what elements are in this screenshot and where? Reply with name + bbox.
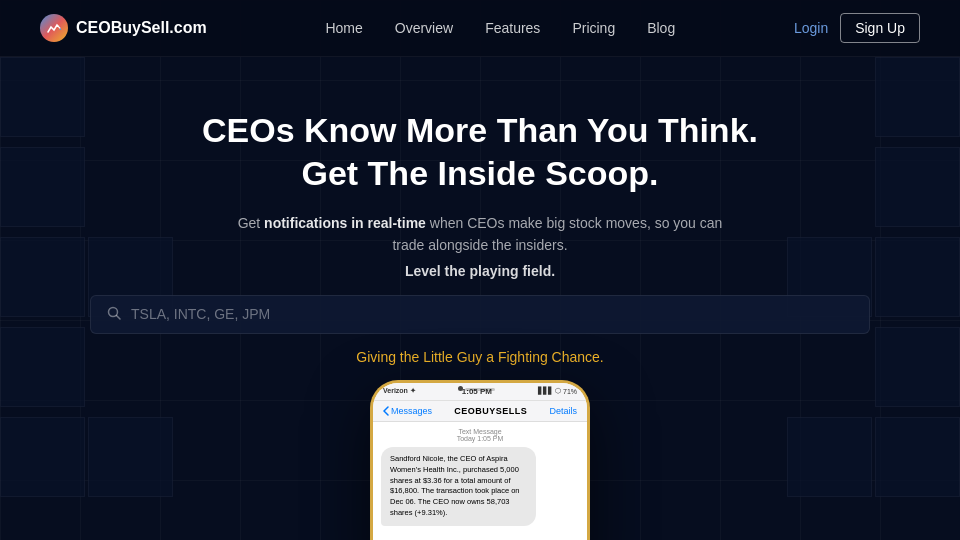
phone-details-button[interactable]: Details xyxy=(549,406,577,416)
signal-icon: ▋▋▋ xyxy=(538,387,553,395)
nav-overview[interactable]: Overview xyxy=(395,20,453,36)
giving-tagline-section: Giving the Little Guy a Fighting Chance. xyxy=(0,348,960,366)
logo-icon xyxy=(40,14,68,42)
phone-carrier: Verizon ✦ xyxy=(383,387,416,395)
phone-status-bar: Verizon ✦ 1:05 PM ▋▋▋ ⬡ 71% xyxy=(373,383,587,401)
search-section xyxy=(90,295,870,334)
wifi-icon: ⬡ xyxy=(555,387,561,395)
phone-outer: Verizon ✦ 1:05 PM ▋▋▋ ⬡ 71% Messages CEO… xyxy=(370,380,590,540)
logo[interactable]: CEOBuySell.com xyxy=(40,14,207,42)
phone-contact-name: CEOBUYSELLS xyxy=(454,406,527,416)
nav-blog[interactable]: Blog xyxy=(647,20,675,36)
search-wrapper xyxy=(90,295,870,334)
nav-home[interactable]: Home xyxy=(325,20,362,36)
phone-back-button[interactable]: Messages xyxy=(383,406,432,416)
logo-text: CEOBuySell.com xyxy=(76,19,207,37)
phone-speaker xyxy=(465,388,495,391)
search-icon xyxy=(107,306,121,323)
nav-features[interactable]: Features xyxy=(485,20,540,36)
login-button[interactable]: Login xyxy=(794,20,828,36)
message-type: Text Message xyxy=(458,428,501,435)
phone-messages-header: Messages CEOBUYSELLS Details xyxy=(373,401,587,422)
battery-level: 71% xyxy=(563,388,577,395)
hero-title-line1: CEOs Know More Than You Think. xyxy=(202,111,758,149)
hero-subtitle: Get notifications in real-time when CEOs… xyxy=(220,212,740,257)
message-time-label: Text Message Today 1:05 PM xyxy=(381,428,579,442)
hero-title-line2: Get The Inside Scoop. xyxy=(301,154,658,192)
hero-tagline: Level the playing field. xyxy=(405,263,555,279)
phone-section: Verizon ✦ 1:05 PM ▋▋▋ ⬡ 71% Messages CEO… xyxy=(0,380,960,540)
phone-screen: Verizon ✦ 1:05 PM ▋▋▋ ⬡ 71% Messages CEO… xyxy=(373,383,587,540)
search-input[interactable] xyxy=(131,306,853,322)
phone-battery: ▋▋▋ ⬡ 71% xyxy=(538,387,577,395)
svg-line-4 xyxy=(117,315,121,319)
nav-actions: Login Sign Up xyxy=(794,13,920,43)
nav-pricing[interactable]: Pricing xyxy=(572,20,615,36)
main-content: CEOs Know More Than You Think. Get The I… xyxy=(0,57,960,279)
phone-messages-body: Text Message Today 1:05 PM Sandford Nico… xyxy=(373,422,587,540)
giving-tagline-text: Giving the Little Guy a Fighting Chance. xyxy=(356,349,603,365)
navbar: CEOBuySell.com Home Overview Features Pr… xyxy=(0,0,960,57)
hero-highlight: notifications in real-time xyxy=(264,215,426,231)
message-text: Sandford Nicole, the CEO of Aspira Women… xyxy=(390,454,520,517)
signup-button[interactable]: Sign Up xyxy=(840,13,920,43)
message-time: Today 1:05 PM xyxy=(457,435,504,442)
hero-title: CEOs Know More Than You Think. Get The I… xyxy=(202,109,758,194)
messages-back-label: Messages xyxy=(391,406,432,416)
phone-camera xyxy=(458,386,463,391)
message-bubble: Sandford Nicole, the CEO of Aspira Women… xyxy=(381,447,536,526)
nav-links: Home Overview Features Pricing Blog xyxy=(325,20,675,36)
